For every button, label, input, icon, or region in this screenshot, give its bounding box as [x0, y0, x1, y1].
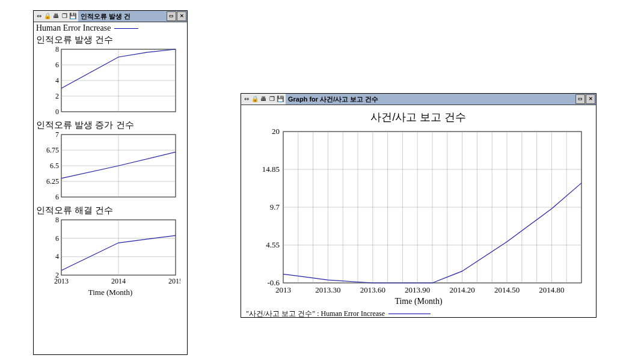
- svg-text:6: 6: [55, 193, 59, 201]
- close-button[interactable]: ✕: [586, 94, 595, 104]
- svg-text:2013.60: 2013.60: [360, 285, 385, 294]
- mini-chart-3: 2468201320142015: [36, 216, 180, 287]
- mini-chart-2-title: 인적오류 발생 증가 건수: [36, 120, 185, 131]
- left-title-text: 인적오류 발생 건: [78, 12, 166, 21]
- print-icon[interactable]: 🖶: [52, 13, 60, 20]
- svg-text:4: 4: [55, 252, 59, 261]
- right-panel-window: ⇔ 🔒 🖶 ❐ 💾 Graph for 사건/사고 보고 건수 ▭ ✕ 사건/사…: [241, 93, 597, 318]
- svg-text:4: 4: [55, 76, 59, 85]
- svg-text:8: 8: [55, 216, 59, 224]
- big-chart-footer: "사건/사고 보고 건수" : Human Error Increase: [246, 309, 591, 319]
- mini-chart-1-title: 인적오류 발생 건수: [36, 34, 185, 46]
- svg-text:6.75: 6.75: [46, 146, 59, 154]
- svg-text:6.5: 6.5: [50, 162, 59, 170]
- arrows-icon[interactable]: ⇔: [35, 13, 43, 20]
- print-icon[interactable]: 🖶: [260, 96, 267, 103]
- lock-icon[interactable]: 🔒: [44, 13, 51, 20]
- big-chart: -0.64.559.714.852020132013.302013.602013…: [246, 128, 589, 296]
- left-titlebar[interactable]: ⇔ 🔒 🖶 ❐ 💾 인적오류 발생 건 ▭ ✕: [34, 11, 187, 22]
- titlebar-tool-icons: ⇔ 🔒 🖶 ❐ 💾: [34, 11, 78, 22]
- svg-text:2013.90: 2013.90: [405, 285, 430, 294]
- legend-label: Human Error Increase: [36, 23, 111, 33]
- mini-chart-2: 66.256.56.757: [36, 131, 180, 202]
- svg-text:2014.20: 2014.20: [449, 285, 474, 294]
- svg-text:20: 20: [272, 128, 280, 136]
- arrows-icon[interactable]: ⇔: [243, 96, 250, 103]
- minimize-button[interactable]: ▭: [575, 94, 585, 104]
- right-titlebar[interactable]: ⇔ 🔒 🖶 ❐ 💾 Graph for 사건/사고 보고 건수 ▭ ✕: [241, 94, 596, 105]
- svg-text:6.25: 6.25: [46, 177, 59, 186]
- svg-text:2013: 2013: [275, 285, 291, 294]
- svg-text:2015: 2015: [168, 277, 180, 285]
- left-panel-window: ⇔ 🔒 🖶 ❐ 💾 인적오류 발생 건 ▭ ✕ Human Error Incr…: [33, 10, 188, 355]
- svg-text:6: 6: [55, 234, 59, 243]
- svg-text:2013.30: 2013.30: [315, 285, 340, 294]
- big-footer-label: "사건/사고 보고 건수" : Human Error Increase: [246, 309, 385, 319]
- copy-icon[interactable]: ❐: [61, 13, 68, 20]
- close-button[interactable]: ✕: [177, 11, 186, 21]
- svg-text:4.55: 4.55: [266, 240, 280, 249]
- big-x-axis-label: Time (Month): [246, 297, 591, 306]
- mini-chart-1: 02468: [36, 46, 180, 117]
- left-x-axis-label: Time (Month): [36, 288, 185, 297]
- svg-text:2014.50: 2014.50: [494, 285, 520, 294]
- svg-text:2: 2: [55, 92, 59, 100]
- svg-text:2014: 2014: [111, 277, 126, 285]
- right-title-text: Graph for 사건/사고 보고 건수: [286, 95, 575, 104]
- copy-icon[interactable]: ❐: [268, 96, 275, 103]
- minimize-button[interactable]: ▭: [167, 11, 176, 21]
- svg-text:2014.80: 2014.80: [539, 285, 564, 294]
- save-icon[interactable]: 💾: [69, 13, 76, 20]
- legend-line-icon: [388, 314, 431, 314]
- legend-line-icon: [114, 28, 138, 29]
- left-legend: Human Error Increase: [36, 23, 185, 33]
- lock-icon[interactable]: 🔒: [251, 96, 259, 103]
- svg-text:8: 8: [55, 46, 59, 53]
- titlebar-tool-icons: ⇔ 🔒 🖶 ❐ 💾: [241, 94, 286, 105]
- svg-text:0: 0: [55, 108, 59, 116]
- save-icon[interactable]: 💾: [277, 96, 284, 103]
- svg-text:2013: 2013: [54, 277, 69, 285]
- big-chart-title: 사건/사고 보고 건수: [246, 110, 591, 124]
- mini-chart-3-title: 인적오류 해결 건수: [36, 205, 185, 216]
- svg-text:14.85: 14.85: [262, 165, 280, 174]
- svg-text:7: 7: [55, 131, 59, 139]
- svg-text:6: 6: [55, 61, 59, 69]
- svg-text:9.7: 9.7: [270, 202, 280, 211]
